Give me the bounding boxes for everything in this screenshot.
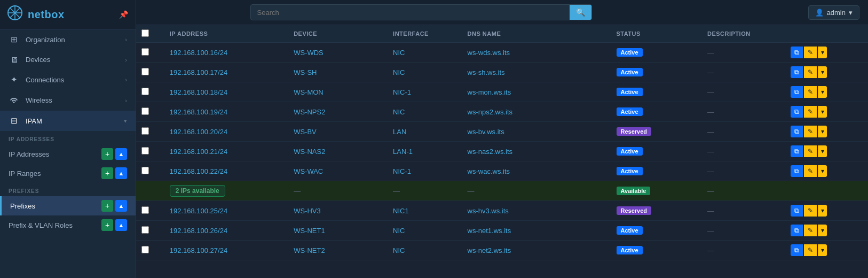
- ip-address-link[interactable]: 192.168.100.20/24: [170, 128, 227, 136]
- row-checkbox[interactable]: [141, 88, 149, 95]
- dns-link[interactable]: ws-net2.ws.its: [468, 246, 511, 254]
- dropdown-button[interactable]: ▾: [818, 66, 827, 78]
- row-checkbox[interactable]: [141, 48, 149, 56]
- dropdown-button[interactable]: ▾: [818, 126, 827, 137]
- edit-button[interactable]: ✎: [804, 47, 817, 58]
- interface-link[interactable]: NIC-1: [393, 88, 411, 96]
- select-all-checkbox[interactable]: [141, 29, 149, 37]
- device-link[interactable]: WS-HV3: [294, 207, 321, 215]
- add-prefix-vlan-role-button[interactable]: +: [101, 219, 113, 231]
- device-link[interactable]: WS-WAC: [294, 167, 323, 175]
- ip-address-link[interactable]: 192.168.100.25/24: [170, 207, 227, 215]
- interface-link[interactable]: LAN: [393, 128, 406, 136]
- interface-link[interactable]: NIC: [393, 246, 405, 254]
- dropdown-button[interactable]: ▾: [818, 106, 827, 118]
- device-link[interactable]: WS-NPS2: [294, 108, 325, 116]
- dns-link[interactable]: ws-nas2.ws.its: [468, 148, 513, 156]
- ip-address-link[interactable]: 192.168.100.22/24: [170, 167, 227, 175]
- sidebar-item-organization[interactable]: ⊞ Organization ›: [0, 29, 136, 50]
- dns-link[interactable]: ws-bv.ws.its: [468, 128, 504, 136]
- copy-button[interactable]: ⧉: [791, 47, 803, 58]
- sidebar-item-prefixes[interactable]: Prefixes + ▲: [0, 196, 136, 215]
- copy-button[interactable]: ⧉: [791, 165, 803, 177]
- search-input[interactable]: [251, 5, 570, 20]
- sidebar-item-connections[interactable]: ✦ Connections ›: [0, 70, 136, 90]
- copy-button[interactable]: ⧉: [791, 225, 803, 236]
- row-checkbox[interactable]: [141, 167, 149, 174]
- copy-button[interactable]: ⧉: [791, 126, 803, 137]
- interface-link[interactable]: LAN-1: [393, 148, 413, 156]
- dropdown-button[interactable]: ▾: [818, 145, 827, 157]
- sidebar-item-ip-ranges[interactable]: IP Ranges + ▲: [0, 164, 136, 183]
- row-checkbox[interactable]: [141, 107, 149, 115]
- ip-address-link[interactable]: 192.168.100.21/24: [170, 148, 227, 156]
- dropdown-button[interactable]: ▾: [818, 165, 827, 177]
- interface-link[interactable]: NIC: [393, 227, 405, 235]
- device-link[interactable]: WS-SH: [294, 68, 317, 76]
- sidebar-item-wireless[interactable]: Wireless ›: [0, 90, 136, 111]
- dns-link[interactable]: ws-hv3.ws.its: [468, 207, 509, 215]
- dns-link[interactable]: ws-wds.ws.its: [468, 49, 510, 57]
- dns-link[interactable]: ws-wac.ws.its: [468, 167, 510, 175]
- upload-ip-address-button[interactable]: ▲: [115, 148, 127, 160]
- interface-link[interactable]: NIC: [393, 68, 405, 76]
- copy-button[interactable]: ⧉: [791, 66, 803, 78]
- device-link[interactable]: WS-WDS: [294, 49, 323, 57]
- dns-link[interactable]: ws-sh.ws.its: [468, 68, 505, 76]
- ip-address-link[interactable]: 192.168.100.18/24: [170, 88, 227, 96]
- ip-address-link[interactable]: 192.168.100.27/24: [170, 246, 227, 254]
- row-checkbox[interactable]: [141, 68, 149, 75]
- user-menu-button[interactable]: 👤 admin ▾: [808, 5, 859, 20]
- device-link[interactable]: WS-NAS2: [294, 148, 325, 156]
- row-checkbox[interactable]: [141, 226, 149, 234]
- dropdown-button[interactable]: ▾: [818, 225, 827, 236]
- upload-prefix-button[interactable]: ▲: [115, 200, 127, 212]
- ip-address-link[interactable]: 192.168.100.19/24: [170, 108, 227, 116]
- device-link[interactable]: WS-NET1: [294, 227, 325, 235]
- row-checkbox[interactable]: [141, 206, 149, 214]
- row-checkbox[interactable]: [141, 147, 149, 155]
- copy-button[interactable]: ⧉: [791, 86, 803, 98]
- row-checkbox[interactable]: [141, 246, 149, 253]
- interface-link[interactable]: NIC1: [393, 207, 409, 215]
- dropdown-button[interactable]: ▾: [818, 244, 827, 256]
- edit-button[interactable]: ✎: [804, 225, 817, 236]
- edit-button[interactable]: ✎: [804, 86, 817, 98]
- copy-button[interactable]: ⧉: [791, 106, 803, 118]
- dropdown-button[interactable]: ▾: [818, 47, 827, 58]
- copy-button[interactable]: ⧉: [791, 244, 803, 256]
- sidebar-item-prefix-vlan-roles[interactable]: Prefix & VLAN Roles + ▲: [0, 215, 136, 235]
- interface-link[interactable]: NIC-1: [393, 167, 411, 175]
- edit-button[interactable]: ✎: [804, 66, 817, 78]
- edit-button[interactable]: ✎: [804, 205, 817, 217]
- sidebar-item-devices[interactable]: 🖥 Devices ›: [0, 50, 136, 70]
- device-link[interactable]: WS-MON: [294, 88, 323, 96]
- ip-address-link[interactable]: 192.168.100.17/24: [170, 68, 227, 76]
- dns-link[interactable]: ws-mon.ws.its: [468, 88, 511, 96]
- ip-address-link[interactable]: 192.168.100.26/24: [170, 227, 227, 235]
- copy-button[interactable]: ⧉: [791, 145, 803, 157]
- device-link[interactable]: WS-BV: [294, 128, 317, 136]
- edit-button[interactable]: ✎: [804, 165, 817, 177]
- add-ip-address-button[interactable]: +: [101, 148, 113, 160]
- edit-button[interactable]: ✎: [804, 244, 817, 256]
- sidebar-item-ip-addresses[interactable]: IP Addresses + ▲: [0, 144, 136, 164]
- edit-button[interactable]: ✎: [804, 126, 817, 137]
- dns-link[interactable]: ws-nps2.ws.its: [468, 108, 513, 116]
- edit-button[interactable]: ✎: [804, 106, 817, 118]
- ip-address-link[interactable]: 192.168.100.16/24: [170, 49, 227, 57]
- row-checkbox[interactable]: [141, 127, 149, 135]
- sidebar-item-ipam[interactable]: ⊟ IPAM ▾: [0, 111, 136, 131]
- dropdown-button[interactable]: ▾: [818, 205, 827, 217]
- interface-link[interactable]: NIC: [393, 49, 405, 57]
- upload-ip-range-button[interactable]: ▲: [115, 167, 127, 179]
- edit-button[interactable]: ✎: [804, 145, 817, 157]
- dropdown-button[interactable]: ▾: [818, 86, 827, 98]
- device-link[interactable]: WS-NET2: [294, 246, 325, 254]
- copy-button[interactable]: ⧉: [791, 205, 803, 217]
- search-button[interactable]: 🔍: [570, 5, 591, 20]
- interface-link[interactable]: NIC: [393, 108, 405, 116]
- dns-link[interactable]: ws-net1.ws.its: [468, 227, 511, 235]
- upload-prefix-vlan-role-button[interactable]: ▲: [115, 219, 127, 231]
- add-prefix-button[interactable]: +: [101, 200, 113, 212]
